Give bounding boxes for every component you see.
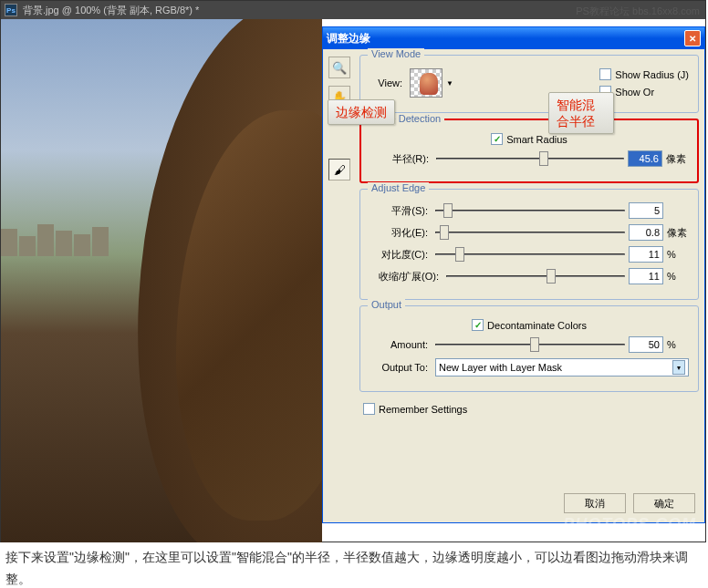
watermark-top: PS教程论坛 bbs.16xx8.com — [576, 5, 700, 18]
smart-radius-label: Smart Radius — [506, 134, 567, 145]
tutorial-caption: 接下来设置"边缘检测"，在这里可以设置"智能混合"的半径，半径数值越大，边缘透明… — [5, 547, 703, 588]
shift-label: 收缩/扩展(O): — [370, 270, 442, 284]
feather-label: 羽化(E): — [370, 226, 432, 240]
smooth-input[interactable] — [629, 202, 663, 219]
contrast-input[interactable] — [629, 246, 663, 263]
close-button[interactable]: ✕ — [684, 30, 701, 46]
adjust-edge-fieldset: Adjust Edge 平滑(S): 羽化(E): 像素 对比度 — [359, 189, 699, 300]
annotation-smart-mix: 智能混合半径 — [548, 92, 614, 134]
watermark-bottom: PHOTOPS.COM — [563, 515, 696, 534]
feather-slider[interactable] — [435, 225, 625, 240]
view-mode-fieldset: View Mode View: ▼ Show Radius (J) — [359, 55, 699, 113]
view-label: View: — [370, 77, 406, 88]
radius-unit: 像素 — [666, 152, 688, 166]
canvas-preview — [1, 19, 322, 542]
background-ruins — [1, 224, 147, 261]
amount-unit: % — [667, 339, 689, 350]
smart-radius-checkbox[interactable]: ✓ — [491, 133, 503, 145]
chevron-down-icon: ▾ — [672, 360, 685, 375]
feather-input[interactable] — [629, 224, 663, 241]
output-fieldset: Output ✓ Decontaminate Colors Amount: % … — [359, 305, 699, 392]
show-original-label: Show Or — [615, 87, 654, 98]
dialog-title: 调整边缘 — [327, 31, 684, 46]
contrast-label: 对比度(C): — [370, 248, 432, 262]
contrast-slider[interactable] — [435, 247, 625, 262]
view-thumbnail[interactable] — [410, 68, 442, 98]
output-to-label: Output To: — [370, 362, 432, 373]
shift-slider[interactable] — [446, 269, 625, 284]
remember-settings-label: Remember Settings — [379, 404, 467, 415]
brush-tool-button[interactable]: 🖌 — [328, 159, 350, 181]
contrast-unit: % — [667, 249, 689, 260]
show-radius-label: Show Radius (J) — [615, 69, 689, 80]
edge-detection-fieldset: Edge Detection ✓ Smart Radius 半径(R): 像素 — [359, 119, 699, 183]
radius-slider[interactable] — [436, 151, 624, 166]
zoom-tool-button[interactable]: 🔍 — [328, 57, 350, 78]
decontaminate-checkbox[interactable]: ✓ — [472, 319, 484, 331]
decontaminate-label: Decontaminate Colors — [487, 320, 587, 331]
amount-slider[interactable] — [435, 337, 625, 352]
radius-label: 半径(R): — [370, 152, 432, 166]
amount-input[interactable] — [629, 336, 663, 353]
radius-input[interactable] — [628, 150, 662, 167]
shift-unit: % — [667, 271, 689, 282]
view-dropdown-arrow[interactable]: ▼ — [446, 79, 453, 88]
adjust-edge-legend: Adjust Edge — [368, 182, 429, 193]
smooth-label: 平滑(S): — [370, 204, 432, 218]
output-legend: Output — [368, 299, 405, 310]
output-to-select[interactable]: New Layer with Layer Mask ▾ — [435, 358, 689, 377]
output-to-value: New Layer with Layer Mask — [439, 362, 562, 373]
ok-button[interactable]: 确定 — [633, 493, 695, 513]
annotation-edge-detect: 边缘检测 — [328, 99, 395, 125]
photoshop-icon: Ps — [5, 4, 17, 16]
dialog-titlebar[interactable]: 调整边缘 ✕ — [323, 27, 704, 49]
remember-settings-checkbox[interactable] — [363, 403, 375, 415]
view-mode-legend: View Mode — [368, 48, 424, 59]
document-title: 背景.jpg @ 100% (背景 副本, RGB/8*) * — [23, 4, 199, 17]
cancel-button[interactable]: 取消 — [564, 493, 626, 513]
feather-unit: 像素 — [667, 226, 689, 240]
smooth-slider[interactable] — [435, 203, 625, 218]
amount-label: Amount: — [370, 339, 432, 350]
show-radius-checkbox[interactable] — [599, 68, 611, 80]
shift-input[interactable] — [629, 268, 663, 284]
